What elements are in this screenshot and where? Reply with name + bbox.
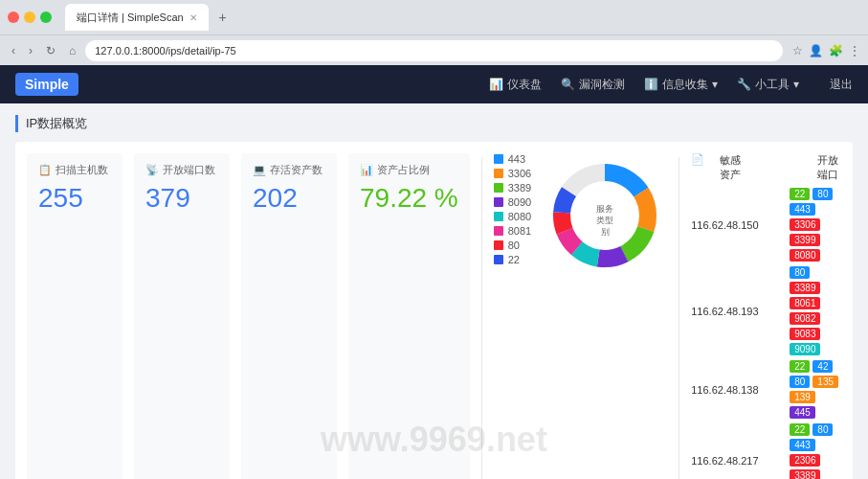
legend-dot-443: [494, 154, 503, 164]
sensitive-ip-2: 116.62.48.138: [691, 384, 782, 396]
new-tab-button[interactable]: +: [212, 7, 234, 28]
stat-card-ports: 📡 开放端口数 379: [134, 153, 230, 479]
profile-icon[interactable]: 👤: [809, 44, 823, 57]
traffic-lights: [8, 11, 52, 23]
legend-dot-3306: [494, 169, 503, 178]
port-tag: 9083: [790, 328, 820, 340]
sensitive-tags-3: 22 80 443 2306 3389 8080: [790, 423, 841, 479]
port-tag: 445: [790, 406, 815, 419]
sensitive-ip-3: 116.62.48.217: [691, 455, 782, 467]
svg-text:服务: 服务: [596, 204, 613, 214]
legend-item-8081: 8081: [494, 225, 531, 237]
open-ports-col-label: 开放端口: [817, 153, 841, 182]
donut-chart: 服务 类型 别: [543, 153, 667, 278]
star-icon[interactable]: ☆: [792, 44, 803, 57]
sensitive-row-2: 116.62.48.138 22 42 80 135 139 445: [691, 360, 841, 419]
port-tag: 80: [812, 188, 833, 200]
stat-label-active: 💻 存活资产数: [253, 163, 325, 177]
exit-button[interactable]: 退出: [830, 77, 853, 93]
port-tag: 8061: [790, 297, 820, 309]
svg-text:别: 别: [601, 227, 610, 237]
main-content: IP数据概览 📋 扫描主机数 255 📡 开放端口数 379 💻 存活资产数 2…: [0, 103, 868, 479]
browser-chrome: 端口详情 | SimpleScan ✕ +: [0, 0, 868, 34]
scan-hosts-icon: 📋: [38, 164, 52, 176]
legend-dot-8081: [494, 226, 503, 236]
legend-dot-80: [494, 240, 503, 250]
donut-svg: 服务 类型 别: [543, 153, 667, 278]
active-tab[interactable]: 端口详情 | SimpleScan ✕: [65, 4, 209, 31]
port-tag: 22: [790, 360, 810, 373]
maximize-btn[interactable]: [40, 11, 52, 23]
extension-icon[interactable]: 🧩: [829, 44, 843, 57]
port-tag: 22: [790, 423, 810, 436]
legend-label-22: 22: [508, 254, 520, 265]
stat-card-ratio: 📊 资产占比例 79.22 %: [348, 153, 470, 479]
legend-label-3389: 3389: [508, 182, 531, 194]
sensitive-icon: 📄: [691, 153, 704, 182]
legend-dot-8080: [494, 212, 503, 221]
back-button[interactable]: ‹: [8, 42, 19, 59]
stats-section-title: IP数据概览: [15, 115, 853, 132]
app-header: Simple 📊 仪表盘 🔍 漏洞检测 ℹ️ 信息收集 ▾ 🔧 小工具 ▾ 退出: [0, 65, 868, 103]
stat-value-hosts: 255: [38, 183, 111, 214]
port-tag: 3389: [790, 469, 820, 479]
port-tag: 135: [812, 376, 838, 388]
sensitive-tags-0: 22 80 443 3306 3399 8080: [790, 188, 841, 262]
legend-label-8081: 8081: [508, 225, 531, 237]
port-tag: 8080: [790, 249, 820, 262]
address-bar-row: ‹ › ↻ ⌂ ☆ 👤 🧩 ⋮: [0, 34, 868, 65]
divider-1: [481, 157, 482, 479]
stat-value-ratio: 79.22 %: [360, 183, 458, 214]
toolbar-icons: ☆ 👤 🧩 ⋮: [792, 44, 860, 57]
port-tag: 139: [790, 391, 815, 403]
sensitive-tags-1: 80 3389 8061 9082 9083 9090: [790, 266, 841, 355]
stat-label-ports: 📡 开放端口数: [145, 163, 218, 177]
reload-button[interactable]: ↻: [42, 42, 59, 59]
port-tag: 3389: [790, 282, 820, 294]
sensitive-row-1: 116.62.48.193 80 3389 8061 9082 9083 909…: [691, 266, 841, 355]
port-tag: 42: [812, 360, 833, 373]
tab-title: 端口详情 | SimpleScan: [77, 11, 184, 25]
stat-label-hosts: 📋 扫描主机数: [38, 163, 111, 177]
sensitive-tags-2: 22 42 80 135 139 445: [790, 360, 841, 419]
nav-vuln[interactable]: 🔍 漏洞检测: [561, 77, 625, 93]
legend-item-8090: 8090: [494, 196, 531, 208]
svg-text:类型: 类型: [596, 216, 613, 225]
ratio-icon: 📊: [360, 164, 373, 176]
port-tag: 80: [790, 376, 810, 388]
port-tag: 9090: [790, 343, 820, 355]
stat-card-hosts: 📋 扫描主机数 255: [27, 153, 122, 479]
active-assets-icon: 💻: [253, 164, 266, 176]
app-logo: Simple: [15, 73, 78, 96]
legend-dot-22: [494, 255, 503, 264]
sensitive-row-0: 116.62.48.150 22 80 443 3306 3399 8080: [691, 188, 841, 262]
tab-close-icon[interactable]: ✕: [189, 12, 197, 23]
nav-info[interactable]: ℹ️ 信息收集 ▾: [644, 77, 718, 93]
close-btn[interactable]: [8, 11, 19, 23]
address-input[interactable]: [85, 40, 783, 61]
minimize-btn[interactable]: [24, 11, 35, 23]
stat-card-active: 💻 存活资产数 202: [241, 153, 337, 479]
nav-dashboard[interactable]: 📊 仪表盘: [489, 77, 542, 93]
sensitive-area: 📄 敏感资产 开放端口 116.62.48.150 22 80 443 3306…: [691, 153, 841, 479]
home-button[interactable]: ⌂: [65, 42, 79, 59]
stat-value-active: 202: [253, 183, 325, 214]
port-tag: 9082: [790, 312, 820, 325]
sensitive-ip-1: 116.62.48.193: [691, 306, 782, 317]
port-tag: 80: [812, 423, 833, 436]
port-tag: 443: [790, 439, 815, 451]
menu-icon[interactable]: ⋮: [849, 44, 860, 57]
open-ports-icon: 📡: [145, 164, 159, 176]
header-nav: 📊 仪表盘 🔍 漏洞检测 ℹ️ 信息收集 ▾ 🔧 小工具 ▾ 退出: [489, 77, 853, 93]
port-tag: 443: [790, 203, 815, 216]
sensitive-table-header: 📄 敏感资产 开放端口: [691, 153, 841, 182]
stats-area: 📋 扫描主机数 255 📡 开放端口数 379 💻 存活资产数 202 📊 资产…: [15, 142, 853, 479]
forward-button[interactable]: ›: [25, 42, 36, 59]
legend-item-8080: 8080: [494, 211, 531, 222]
nav-tools[interactable]: 🔧 小工具 ▾: [737, 77, 799, 93]
legend-label-8080: 8080: [508, 211, 531, 222]
legend-label-8090: 8090: [508, 196, 531, 208]
port-tag: 80: [790, 266, 810, 279]
legend-dot-3389: [494, 183, 503, 193]
tab-bar: 端口详情 | SimpleScan ✕ +: [65, 4, 234, 31]
